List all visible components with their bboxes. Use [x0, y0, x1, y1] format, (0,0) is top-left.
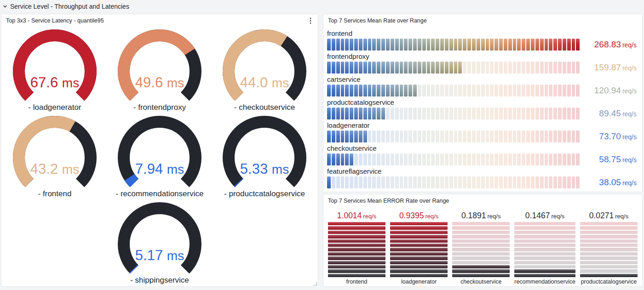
lcd-segment [452, 222, 510, 225]
lcd-segment [467, 62, 471, 74]
lcd-segment [454, 108, 458, 119]
lcd-segment [390, 256, 448, 260]
lcd-segment [553, 62, 557, 74]
gauge-arc: 49.6 ms- frontendproxy [107, 27, 212, 114]
lcd-segment [390, 252, 448, 256]
lcd-segment [390, 239, 448, 243]
lcd-segment [490, 131, 494, 142]
lcd-segment [341, 131, 345, 142]
lcd-segment [580, 235, 638, 238]
lcd-segment [563, 85, 566, 97]
lcd-segment [372, 108, 376, 119]
lcd-segment [580, 222, 638, 225]
dashboard-row-toggle[interactable]: Service Level - Throughput and Latencies [3, 0, 129, 13]
lcd-segment [408, 131, 412, 142]
lcd-segment [490, 85, 494, 97]
lcd-segment [467, 39, 471, 51]
lcd-segment [422, 62, 426, 74]
lcd-segment [531, 62, 535, 74]
lcd-segment [332, 39, 335, 51]
latency-gauge: 7.94 ms- recommendationservice [107, 114, 212, 200]
lcd-segment [436, 108, 439, 119]
lcd-bar-gauge [327, 62, 580, 74]
lcd-segment [458, 85, 462, 97]
error-column-label: checkoutservice [452, 277, 510, 286]
lcd-segment [499, 85, 503, 97]
lcd-segment [467, 154, 471, 165]
lcd-segment [580, 269, 638, 273]
lcd-segment [377, 176, 380, 188]
lcd-segment [517, 62, 521, 74]
lcd-segment [472, 176, 476, 188]
lcd-segment [368, 108, 372, 119]
rate-value: 268.83req/s [587, 40, 637, 50]
lcd-segment [395, 62, 399, 74]
error-gauge-list: 1.0014req/sfrontend0.9395req/sloadgenera… [323, 207, 642, 286]
lcd-segment [553, 85, 557, 97]
lcd-segment [545, 176, 548, 188]
lcd-segment [368, 85, 372, 97]
rate-value: 159.87req/s [587, 63, 637, 73]
lcd-segment [328, 256, 385, 260]
lcd-vertical-gauge [390, 222, 448, 277]
lcd-segment [572, 131, 575, 142]
lcd-segment [413, 154, 417, 165]
lcd-segment [390, 265, 448, 268]
lcd-segment [395, 154, 399, 165]
lcd-segment [567, 62, 571, 74]
lcd-segment [404, 62, 408, 74]
lcd-segment [494, 85, 498, 97]
lcd-segment [377, 39, 380, 51]
lcd-segment [508, 39, 512, 51]
lcd-segment [522, 62, 525, 74]
rate-row: checkoutservice58.75req/s [327, 143, 637, 166]
lcd-segment [481, 131, 485, 142]
lcd-segment [354, 154, 358, 165]
lcd-segment [381, 176, 385, 188]
lcd-segment [336, 39, 340, 51]
lcd-segment [580, 239, 638, 243]
lcd-segment [513, 39, 517, 51]
lcd-segment [526, 39, 530, 51]
lcd-segment [452, 265, 510, 268]
rate-row: frontend268.83req/s [327, 28, 637, 51]
lcd-segment [452, 269, 510, 273]
rate-row: frontendproxy159.87req/s [327, 51, 637, 74]
latency-panel-title[interactable]: Top 3x3 - Service Latency - quantile95 [6, 17, 104, 24]
lcd-segment [545, 62, 548, 74]
lcd-segment [514, 261, 575, 264]
lcd-segment [580, 248, 638, 251]
lcd-segment [418, 176, 421, 188]
lcd-segment [504, 176, 507, 188]
lcd-segment [327, 154, 331, 165]
panel-resize-handle[interactable] [313, 282, 317, 285]
lcd-segment [427, 39, 431, 51]
lcd-segment [458, 108, 462, 119]
lcd-segment [332, 85, 335, 97]
lcd-segment [327, 39, 331, 51]
lcd-segment [567, 39, 571, 51]
error-value: 0.1467req/s [514, 210, 575, 222]
lcd-segment [449, 108, 453, 119]
lcd-segment [514, 222, 575, 225]
error-value: 0.0271req/s [580, 210, 638, 222]
lcd-segment [372, 176, 376, 188]
error-panel-title[interactable]: Top 7 Services Mean ERROR Rate over Rang… [328, 198, 449, 204]
rate-panel-title[interactable]: Top 7 Services Mean Rate over Range [328, 17, 427, 24]
lcd-segment [486, 39, 489, 51]
lcd-segment [513, 108, 517, 119]
lcd-segment [427, 85, 431, 97]
error-column-label: productcatalogservice [580, 277, 638, 286]
gauge-arc: 43.2 ms- frontend [2, 114, 107, 200]
lcd-segment [350, 62, 353, 74]
lcd-segment [517, 108, 521, 119]
panel-menu-button[interactable] [308, 17, 313, 25]
lcd-segment [580, 226, 638, 229]
lcd-segment [549, 62, 552, 74]
lcd-segment [458, 154, 462, 165]
lcd-segment [328, 252, 385, 256]
lcd-segment [372, 85, 376, 97]
lcd-segment [390, 274, 448, 277]
lcd-segment [467, 85, 471, 97]
lcd-segment [494, 176, 498, 188]
